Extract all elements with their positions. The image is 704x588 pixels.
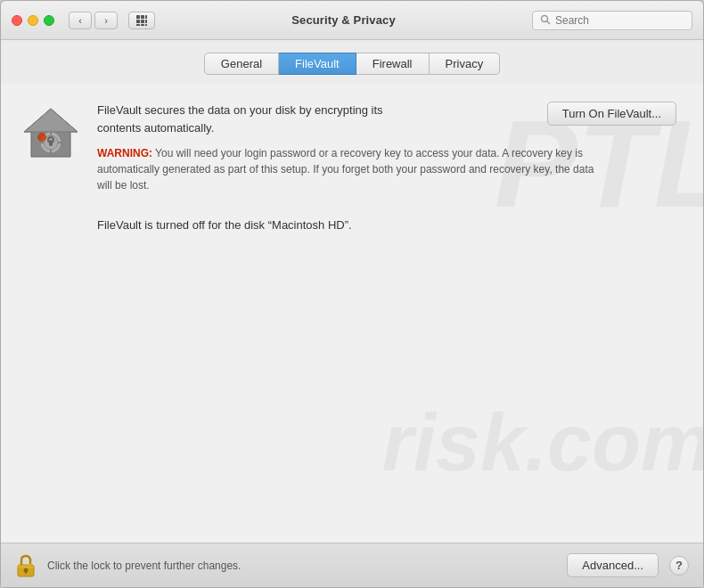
tab-general[interactable]: General [204,53,279,75]
svg-point-17 [37,133,46,142]
titlebar: ‹ › Security & Privacy [1,1,703,40]
svg-rect-25 [18,565,34,568]
svg-marker-12 [24,109,78,132]
advanced-button[interactable]: Advanced... [567,553,659,577]
lock-icon[interactable] [15,555,37,576]
svg-rect-8 [145,24,147,26]
search-bar[interactable] [532,11,692,30]
svg-rect-5 [145,20,147,23]
filevault-text-area: FileVault secures the data on your disk … [97,102,676,193]
maximize-button[interactable] [44,15,54,26]
tab-filevault[interactable]: FileVault [279,53,356,75]
tab-privacy[interactable]: Privacy [430,53,501,75]
filevault-description: FileVault secures the data on your disk … [97,102,418,136]
window-title: Security & Privacy [162,13,525,27]
filevault-section: FileVault secures the data on your disk … [19,102,676,193]
bottombar: Click the lock to prevent further change… [1,543,703,587]
filevault-main-row: FileVault secures the data on your disk … [97,102,676,136]
svg-rect-6 [136,24,140,26]
back-button[interactable]: ‹ [69,12,92,29]
help-button[interactable]: ? [669,556,689,576]
content-area: PTL risk.com [1,84,703,543]
warning-label: WARNING: [97,147,152,159]
grid-view-button[interactable] [128,12,155,29]
minimize-button[interactable] [28,15,38,26]
svg-rect-2 [145,15,147,19]
warning-body: You will need your login password or a r… [97,147,593,192]
main-window: ‹ › Security & Privacy [0,0,704,588]
watermark2: risk.com [382,397,703,489]
close-button[interactable] [12,15,22,26]
forward-button[interactable]: › [94,12,118,29]
search-icon [540,14,551,27]
svg-rect-1 [141,15,144,19]
svg-rect-24 [25,570,27,574]
nav-buttons: ‹ › [69,12,118,29]
tab-firewall[interactable]: Firewall [356,53,430,75]
warning-text: WARNING: You will need your login passwo… [97,145,596,193]
tab-bar: General FileVault Firewall Privacy [1,40,703,84]
filevault-icon [19,102,83,166]
svg-line-10 [547,20,551,24]
svg-rect-7 [141,24,144,26]
filevault-status: FileVault is turned off for the disk “Ma… [19,218,676,232]
traffic-lights [12,15,54,26]
search-input[interactable] [555,14,671,27]
svg-rect-4 [141,20,144,23]
svg-rect-3 [136,20,140,23]
turn-on-filevault-button[interactable]: Turn On FileVault... [547,102,676,126]
lock-help-text: Click the lock to prevent further change… [47,559,556,572]
svg-rect-0 [136,15,140,19]
svg-point-9 [542,15,548,21]
